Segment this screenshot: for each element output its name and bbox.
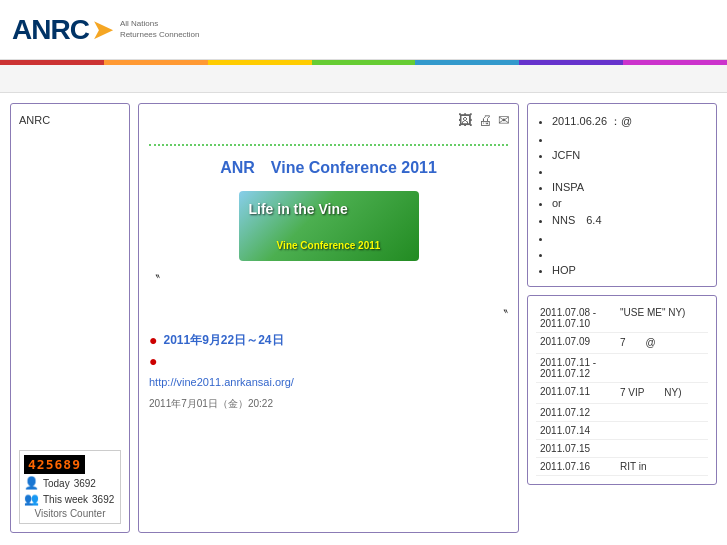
list-item (552, 230, 708, 246)
right-top-list: 2011.06.26 ：@ JCFN INSPA or NNS 6.4 HOP (536, 112, 708, 278)
table-row: 2011.07.117 VIP NY) (536, 383, 708, 404)
event-cell: 7 VIP NY) (616, 383, 708, 404)
right-sidebar: 2011.06.26 ：@ JCFN INSPA or NNS 6.4 HOP … (527, 103, 717, 533)
list-item: or (552, 195, 708, 211)
person-icon: 👤 (24, 476, 39, 490)
table-row: 2011.07.15 (536, 440, 708, 458)
image-icon[interactable]: 🖼 (458, 112, 472, 128)
dotted-separator (149, 144, 508, 146)
article-body: 〝 〝 (149, 271, 508, 324)
list-item: 2011.06.26 ：@ (552, 112, 708, 131)
logo-text: ANRC (12, 14, 89, 46)
schedule-table: 2011.07.08 - 2011.07.10"USE ME" NY)2011.… (536, 304, 708, 476)
date-cell: 2011.07.14 (536, 422, 616, 440)
list-item: JCFN (552, 147, 708, 163)
date-cell: 2011.07.11 (536, 383, 616, 404)
today-row: 👤 Today 3692 (24, 476, 116, 490)
event-cell (616, 422, 708, 440)
print-icon[interactable]: 🖨 (478, 112, 492, 128)
article-link-row: http://vine2011.anrkansai.org/ (149, 375, 508, 389)
event-cell (616, 440, 708, 458)
email-icon[interactable]: ✉ (498, 112, 510, 128)
table-row: 2011.07.11 - 2011.07.12 (536, 354, 708, 383)
table-row: 2011.07.097 @ (536, 333, 708, 354)
date-cell: 2011.07.16 (536, 458, 616, 476)
article-title: ANR Vine Conference 2011 (149, 158, 508, 179)
color-bar (0, 60, 727, 65)
date-cell: 2011.07.12 (536, 404, 616, 422)
right-top-panel: 2011.06.26 ：@ JCFN INSPA or NNS 6.4 HOP (527, 103, 717, 287)
visitors-label: Visitors Counter (24, 508, 116, 519)
event-cell (616, 404, 708, 422)
conf-image-line2: Vine Conference 2011 (239, 240, 419, 251)
logo-subtitle: All Nations Returnees Connection (120, 19, 200, 40)
table-row: 2011.07.08 - 2011.07.10"USE ME" NY) (536, 304, 708, 333)
header: ANRC ➤ All Nations Returnees Connection (0, 0, 727, 60)
sidebar-item-anrc[interactable]: ANRC (19, 112, 121, 128)
quote2: 〝 (149, 306, 508, 324)
list-item (552, 163, 708, 179)
list-item (552, 246, 708, 262)
event-cell: 7 @ (616, 333, 708, 354)
week-row: 👥 This week 3692 (24, 492, 116, 506)
list-item: INSPA (552, 179, 708, 195)
list-item: HOP (552, 262, 708, 278)
left-sidebar: ANRC 425689 👤 Today 3692 👥 This week 369… (10, 103, 130, 533)
date-cell: 2011.07.09 (536, 333, 616, 354)
nav-bar (0, 65, 727, 93)
bullet1-date: 2011年9月22日～24日 (163, 332, 283, 349)
date-cell: 2011.07.08 - 2011.07.10 (536, 304, 616, 333)
conf-image-line1: Life in the Vine (249, 201, 348, 217)
list-item: NNS 6.4 (552, 211, 708, 230)
logo-area: ANRC ➤ All Nations Returnees Connection (12, 13, 200, 46)
bullet-icon-1: ● (149, 332, 157, 348)
list-item (552, 131, 708, 147)
event-cell (616, 354, 708, 383)
event-cell: RIT in (616, 458, 708, 476)
counter-digits: 425689 (24, 455, 85, 474)
sidebar-menu: ANRC (19, 112, 121, 128)
conference-image: Life in the Vine Vine Conference 2011 (239, 191, 419, 261)
visitor-counter: 425689 👤 Today 3692 👥 This week 3692 Vis… (19, 450, 121, 524)
date-cell: 2011.07.11 - 2011.07.12 (536, 354, 616, 383)
table-row: 2011.07.14 (536, 422, 708, 440)
schedule-panel: 2011.07.08 - 2011.07.10"USE ME" NY)2011.… (527, 295, 717, 485)
center-content: 🖼 🖨 ✉ ANR Vine Conference 2011 Life in t… (138, 103, 519, 533)
group-icon: 👥 (24, 492, 39, 506)
main-layout: ANRC 425689 👤 Today 3692 👥 This week 369… (0, 93, 727, 543)
action-icons: 🖼 🖨 ✉ (458, 112, 510, 128)
bullet-icon-2: ● (149, 353, 157, 369)
table-row: 2011.07.16RIT in (536, 458, 708, 476)
table-row: 2011.07.12 (536, 404, 708, 422)
logo-arrow: ➤ (91, 13, 114, 46)
bullet1: ● 2011年9月22日～24日 (149, 332, 508, 349)
post-date: 2011年7月01日（金）20:22 (149, 397, 508, 411)
bullet2: ● (149, 353, 508, 369)
vine-link[interactable]: http://vine2011.anrkansai.org/ (149, 376, 294, 388)
quote1: 〝 (149, 271, 508, 289)
event-cell: "USE ME" NY) (616, 304, 708, 333)
date-cell: 2011.07.15 (536, 440, 616, 458)
